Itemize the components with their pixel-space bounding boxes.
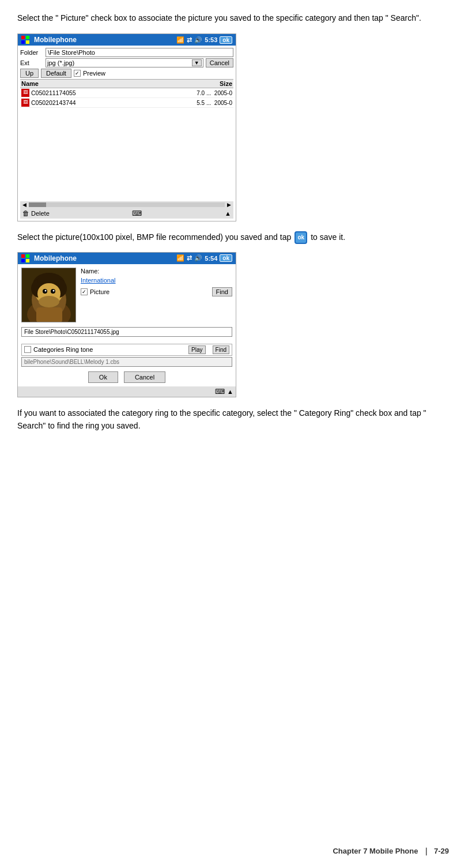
signal-icon2: 📶 <box>176 254 184 262</box>
scroll-track <box>29 202 225 207</box>
ok-title-btn1[interactable]: ok <box>220 36 232 44</box>
up-btn[interactable]: Up <box>20 69 39 78</box>
file-path-display: File Store\Photo\C050211174055.jpg <box>21 327 232 337</box>
screenshot2-device: Mobilephone 📶 ⇄ 🔊 5:54 ok <box>17 252 236 397</box>
preview-label: Preview <box>83 70 105 77</box>
sync-icon2: ⇄ <box>187 254 192 262</box>
page-footer: Chapter 7 Mobile Phone ｜ 7-29 <box>333 846 449 856</box>
picture-label: Picture <box>90 288 109 295</box>
picture-row: ✓ Picture Find <box>81 287 232 296</box>
folder-path: \File Store\Photo <box>46 48 233 57</box>
separator: ｜ <box>420 847 432 855</box>
ok-dialog-btn[interactable]: Ok <box>88 371 118 383</box>
device1-body: Folder \File Store\Photo Ext jpg (*.jpg)… <box>18 46 236 221</box>
device1-bottom-bar: 🗑 Delete ⌨ ▲ <box>20 208 233 219</box>
svg-point-20 <box>53 290 55 291</box>
preview-checkbox[interactable]: ✓ <box>74 70 81 77</box>
preview-checkbox-row: ✓ Preview <box>74 69 105 78</box>
page-number: 7-29 <box>434 847 449 855</box>
trash-icon: 🗑 <box>22 209 29 217</box>
sync-icon: ⇄ <box>187 36 192 44</box>
file-name-0: C050211174055 <box>31 89 186 96</box>
file-size-1: 5.5 ... 2005-0 <box>186 100 232 106</box>
cancel-dialog-btn[interactable]: Cancel <box>124 371 165 383</box>
file-row-0[interactable]: 🖼 C050211174055 7.0 ... 2005-0 <box>20 88 233 98</box>
file-table-header: Name Size <box>20 79 233 88</box>
svg-rect-22 <box>36 307 62 322</box>
app-title1: Mobilephone <box>34 36 77 44</box>
svg-point-21 <box>39 296 59 307</box>
default-btn[interactable]: Default <box>41 69 71 78</box>
file-icon-1: 🖼 <box>21 99 29 107</box>
device2-bottom-bar: ⌨ ▲ <box>18 386 236 397</box>
col-size-header: Size <box>186 80 232 87</box>
name-row: Name: <box>81 268 232 275</box>
ok-title-btn2[interactable]: ok <box>220 254 232 262</box>
time1: 5:53 <box>205 36 217 43</box>
file-empty-area <box>20 108 233 200</box>
titlebar2-icons: 📶 ⇄ 🔊 5:54 ok <box>176 254 232 262</box>
doll-photo-svg <box>22 268 76 322</box>
titlebar2: Mobilephone 📶 ⇄ 🔊 5:54 ok <box>18 253 236 264</box>
windows-logo-icon2 <box>21 254 29 262</box>
volume-icon: 🔊 <box>194 36 202 44</box>
up-arrow-icon2[interactable]: ▲ <box>227 388 233 395</box>
svg-rect-7 <box>26 259 29 262</box>
device2-body: Name: International ✓ Picture Find File … <box>18 264 236 386</box>
titlebar1-icons: 📶 ⇄ 🔊 5:53 ok <box>176 36 232 44</box>
mid-text-part2: to save it. <box>311 231 345 243</box>
titlebar1: Mobilephone 📶 ⇄ 🔊 5:53 ok <box>18 34 236 46</box>
file-toolbar: Up Default ✓ Preview <box>20 69 233 78</box>
horizontal-scrollbar[interactable]: ◀ ▶ <box>20 201 233 208</box>
app-title2: Mobilephone <box>34 254 77 262</box>
cancel-btn1[interactable]: Cancel <box>206 58 233 67</box>
svg-rect-5 <box>26 254 29 258</box>
col-name-header: Name <box>21 80 186 87</box>
bottom-paragraph: If you want to associated the category r… <box>17 407 449 433</box>
ring-checkbox[interactable] <box>24 346 31 353</box>
folder-row: Folder \File Store\Photo <box>20 48 233 57</box>
picture-checkbox[interactable]: ✓ <box>81 288 88 295</box>
file-row-1[interactable]: 🖼 C050202143744 5.5 ... 2005-0 <box>20 98 233 108</box>
category-photo-row: Name: International ✓ Picture Find <box>21 268 232 322</box>
name-field-label: Name: <box>81 268 99 275</box>
name-value-row: International <box>81 277 232 284</box>
windows-logo-icon <box>21 36 29 44</box>
play-btn[interactable]: Play <box>188 345 205 354</box>
ring-section: Categories Ring tone Play Find <box>21 344 232 356</box>
svg-point-19 <box>45 290 47 291</box>
volume-icon2: 🔊 <box>194 254 202 262</box>
ok-inline-icon: ok <box>294 231 307 244</box>
svg-rect-1 <box>26 36 29 39</box>
svg-rect-2 <box>21 40 25 44</box>
keyboard-icon2[interactable]: ⌨ <box>215 388 225 396</box>
ext-row: Ext jpg (*.jpg) ▼ Cancel <box>20 58 233 67</box>
empty-space <box>17 433 449 536</box>
keyboard-icon[interactable]: ⌨ <box>132 209 142 217</box>
ring-label: Categories Ring tone <box>33 346 186 353</box>
time2: 5:54 <box>205 255 217 262</box>
scroll-right-btn[interactable]: ▶ <box>225 202 233 208</box>
svg-rect-6 <box>21 259 25 262</box>
file-size-0: 7.0 ... 2005-0 <box>186 90 232 96</box>
ext-label: Ext <box>20 59 46 66</box>
ext-arrow: ▼ <box>192 59 202 66</box>
folder-label: Folder <box>20 49 46 56</box>
signal-icon: 📶 <box>176 36 184 44</box>
svg-rect-3 <box>26 40 29 44</box>
mid-text-part1: Select the picture(100x100 pixel, BMP fi… <box>17 231 291 243</box>
ring-path-display: bilePhone\Sound\BELL\Melody 1.cbs <box>21 357 232 367</box>
ext-select[interactable]: jpg (*.jpg) ▼ <box>46 58 203 67</box>
svg-rect-4 <box>21 254 25 258</box>
picture-find-btn[interactable]: Find <box>212 287 232 296</box>
up-arrow-icon[interactable]: ▲ <box>225 210 231 217</box>
delete-btn[interactable]: 🗑 Delete <box>22 209 50 217</box>
scroll-thumb <box>29 202 46 207</box>
name-value-text: International <box>81 277 116 284</box>
dialog-buttons: Ok Cancel <box>21 371 232 383</box>
chapter-label: Chapter 7 Mobile Phone <box>333 847 418 855</box>
category-photo-box <box>21 268 76 322</box>
mid-text-row: Select the picture(100x100 pixel, BMP fi… <box>17 231 449 243</box>
scroll-left-btn[interactable]: ◀ <box>20 202 29 208</box>
ring-find-btn[interactable]: Find <box>213 345 229 354</box>
